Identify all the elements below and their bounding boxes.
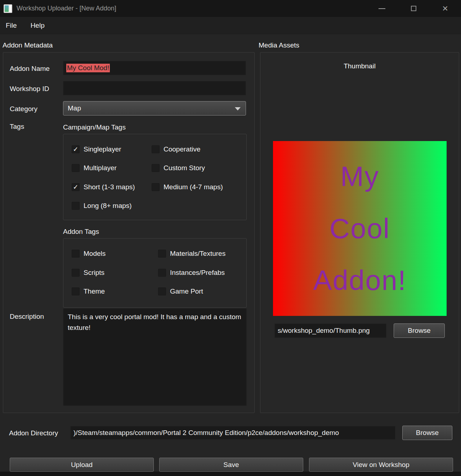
checkbox-custom-story[interactable]: Custom Story [152,164,205,172]
chevron-down-icon [235,107,241,110]
addon-name-selected-text: My Cool Mod! [66,64,110,72]
menubar: File Help [0,17,461,34]
checkbox-label: Short (1-3 maps) [84,183,135,191]
checkbox-cooperative[interactable]: Cooperative [152,145,200,153]
addon-metadata-section-title: Addon Metadata [3,41,53,49]
maximize-button[interactable] [398,0,429,17]
minimize-icon [379,8,385,9]
addon-directory-input[interactable]: )/Steam/steamapps/common/Portal 2 Commun… [70,426,395,440]
checkbox-label: Singleplayer [84,145,121,153]
checkbox-box[interactable] [152,183,160,191]
category-label: Category [10,105,37,113]
maximize-icon [411,6,416,11]
campaign-tags-groupbox: Singleplayer Cooperative Multiplayer Cus… [63,134,247,220]
addon-name-input[interactable]: My Cool Mod! [63,61,246,75]
upload-button[interactable]: Upload [10,458,154,472]
checkbox-label: Scripts [84,269,104,277]
description-label: Description [10,313,44,321]
workshop-id-input[interactable] [63,81,246,95]
addon-name-label: Addon Name [10,65,50,73]
checkbox-models[interactable]: Models [72,250,106,258]
checkbox-box[interactable] [158,287,166,295]
thumbnail-text-line: Addon! [313,264,406,297]
checkbox-box[interactable] [72,164,80,172]
thumbnail-browse-button[interactable]: Browse [394,323,445,338]
app-icon-right-pane [9,5,11,12]
checkbox-label: Game Port [170,287,203,295]
menu-file[interactable]: File [4,20,18,31]
minimize-button[interactable] [366,0,398,17]
checkbox-box[interactable] [72,202,80,210]
checkbox-label: Medium (4-7 maps) [164,183,223,191]
close-icon: ✕ [442,5,448,12]
thumbnail-image: My Cool Addon! [273,141,447,316]
checkbox-label: Materials/Textures [170,250,225,258]
save-button[interactable]: Save [159,458,303,472]
media-assets-section-title: Media Assets [259,41,299,49]
checkbox-instances-prefabs[interactable]: Instances/Prefabs [158,269,225,277]
view-on-workshop-button[interactable]: View on Workshop [309,458,453,472]
checkbox-label: Models [84,250,106,258]
menu-help[interactable]: Help [29,20,46,31]
checkbox-box[interactable] [72,183,80,191]
checkbox-long[interactable]: Long (8+ maps) [72,202,132,210]
checkbox-theme[interactable]: Theme [72,287,105,295]
description-textarea[interactable]: This is a very cool portal mod! It has a… [63,308,247,406]
addon-tags-groupbox: Models Materials/Textures Scripts Instan… [63,238,247,308]
checkbox-label: Multiplayer [84,164,117,172]
window-bottom-strip [0,472,461,476]
checkbox-label: Instances/Prefabs [170,269,225,277]
checkbox-box[interactable] [72,250,80,258]
checkbox-scripts[interactable]: Scripts [72,269,104,277]
window-controls: ✕ [366,0,461,17]
checkbox-box[interactable] [72,269,80,277]
thumbnail-label: Thumbnail [260,62,459,70]
workshop-id-label: Workshop ID [10,85,49,93]
checkbox-medium[interactable]: Medium (4-7 maps) [152,183,223,191]
addon-tags-title: Addon Tags [63,228,99,236]
checkbox-box[interactable] [72,287,80,295]
checkbox-singleplayer[interactable]: Singleplayer [72,145,121,153]
close-button[interactable]: ✕ [429,0,461,17]
titlebar: Workshop Uploader - [New Addon] ✕ [0,0,461,17]
checkbox-label: Custom Story [164,164,205,172]
category-selected-value: Map [68,104,81,112]
checkbox-game-port[interactable]: Game Port [158,287,203,295]
category-dropdown[interactable]: Map [63,101,246,115]
app-window: Workshop Uploader - [New Addon] ✕ File H… [0,0,461,476]
checkbox-box[interactable] [72,145,80,153]
checkbox-label: Long (8+ maps) [84,202,132,210]
window-title: Workshop Uploader - [New Addon] [17,5,116,12]
checkbox-box[interactable] [158,269,166,277]
checkbox-materials-textures[interactable]: Materials/Textures [158,250,225,258]
checkbox-box[interactable] [152,164,160,172]
checkbox-short[interactable]: Short (1-3 maps) [72,183,135,191]
thumbnail-text-line: Cool [330,212,390,245]
tags-label: Tags [10,123,24,131]
app-icon [4,4,12,13]
checkbox-multiplayer[interactable]: Multiplayer [72,164,117,172]
checkbox-box[interactable] [152,145,160,153]
thumbnail-text-line: My [340,160,379,193]
campaign-tags-title: Campaign/Map Tags [63,123,126,131]
checkbox-box[interactable] [158,250,166,258]
directory-browse-button[interactable]: Browse [402,426,452,440]
checkbox-label: Cooperative [164,145,200,153]
checkbox-label: Theme [84,287,105,295]
addon-directory-label: Addon Directory [9,429,58,437]
app-icon-left-pane [5,5,9,12]
thumbnail-path-input[interactable]: s/workshop_demo/Thumb.png [274,323,386,338]
